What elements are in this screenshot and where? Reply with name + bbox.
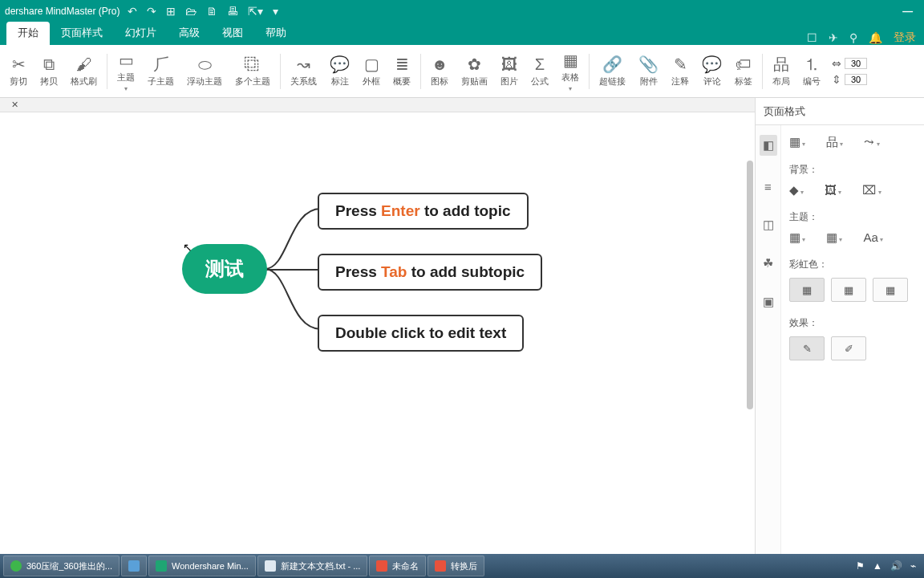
tab-page-style[interactable]: 页面样式 bbox=[50, 22, 114, 45]
topic-node-3[interactable]: Double click to edit text bbox=[318, 315, 524, 352]
layout-button[interactable]: 品布局 bbox=[766, 55, 796, 88]
new-icon[interactable]: ⊞ bbox=[166, 5, 176, 18]
icons-button[interactable]: ☻图标 bbox=[424, 55, 455, 88]
connector-dropdown-icon[interactable]: ⤳ bbox=[864, 135, 879, 150]
image-button[interactable]: 🖼图片 bbox=[494, 55, 525, 88]
tag-button[interactable]: 🏷标签 bbox=[728, 55, 759, 88]
qat-more-icon[interactable]: ▾ bbox=[273, 5, 278, 18]
ribbon: ✂剪切 ⧉拷贝 🖌格式刷 ▭主题 ⺁子主题 ⬭浮动主题 ⿻多个主题 ↝关系线 💬… bbox=[0, 45, 924, 98]
tab-slideshow[interactable]: 幻灯片 bbox=[114, 22, 168, 45]
rainbow-opt-1[interactable]: ▦ bbox=[789, 278, 825, 302]
tab-view[interactable]: 视图 bbox=[211, 22, 254, 45]
rainbow-opt-3[interactable]: ▦ bbox=[873, 278, 908, 302]
callout-button[interactable]: 💬标注 bbox=[323, 55, 356, 88]
taskbar-item[interactable]: 新建文本文档.txt - ... bbox=[257, 556, 368, 576]
panel-tab-theme-icon[interactable]: ◫ bbox=[763, 218, 774, 232]
attachment-button[interactable]: 📎附件 bbox=[632, 55, 665, 88]
theme-label: 主题： bbox=[789, 210, 916, 224]
bg-remove-icon[interactable]: ⌧ bbox=[862, 183, 881, 197]
topic-node-1[interactable]: Press Enter to add topic bbox=[318, 193, 529, 230]
undo-icon[interactable]: ↶ bbox=[128, 5, 137, 18]
tray-flag-icon[interactable]: ⚑ bbox=[856, 560, 865, 572]
rainbow-label: 彩虹色： bbox=[789, 258, 916, 271]
panel-tab-outline-icon[interactable]: ≡ bbox=[764, 180, 772, 193]
redo-icon[interactable]: ↷ bbox=[147, 5, 156, 18]
format-painter-button[interactable]: 🖌格式刷 bbox=[64, 55, 103, 88]
quick-access-toolbar: ↶ ↷ ⊞ 🗁 🗎 🖶 ⇱▾ ▾ bbox=[128, 5, 278, 18]
canvas-area[interactable]: 测试 Press Enter to add topic Press Tab to… bbox=[0, 112, 755, 554]
hyperlink-button[interactable]: 🔗超链接 bbox=[593, 55, 632, 88]
formula-button[interactable]: Σ公式 bbox=[525, 55, 555, 88]
vspace-input[interactable] bbox=[845, 74, 867, 85]
right-panel: 页面格式 ◧ ≡ ◫ ☘ ▣ ▦ 品 ⤳ 背景： ◆ 🖼 ⌧ 主题： ▦ ▦ A… bbox=[755, 98, 924, 554]
menubar: 开始 页面样式 幻灯片 高级 视图 帮助 ☐ ✈ ⚲ 🔔 登录 bbox=[0, 22, 924, 45]
effect-opt-1[interactable]: ✎ bbox=[789, 336, 825, 360]
tab-help[interactable]: 帮助 bbox=[254, 22, 298, 45]
bg-image-icon[interactable]: 🖼 bbox=[825, 183, 841, 197]
theme-font-icon[interactable]: Aa bbox=[863, 230, 883, 245]
send-icon[interactable]: ✈ bbox=[829, 31, 838, 44]
system-tray: ⚑ ▲ 🔊 ⌁ bbox=[856, 560, 921, 572]
bg-fill-icon[interactable]: ◆ bbox=[789, 183, 804, 197]
panel-tab-format-icon[interactable]: ◧ bbox=[760, 135, 777, 156]
boundary-button[interactable]: ▢外框 bbox=[356, 55, 387, 88]
vertical-scrollbar[interactable] bbox=[747, 112, 753, 554]
cut-button[interactable]: ✂剪切 bbox=[3, 55, 34, 88]
share-icon[interactable]: ⚲ bbox=[849, 31, 857, 44]
floating-topic-button[interactable]: ⬭浮动主题 bbox=[180, 55, 229, 88]
login-link[interactable]: 登录 bbox=[894, 31, 916, 45]
tray-volume-icon[interactable]: 🔊 bbox=[890, 560, 902, 572]
theme-color-icon[interactable]: ▦ bbox=[789, 230, 805, 245]
taskbar-item[interactable]: 360压缩_360推出的... bbox=[3, 556, 120, 576]
minimize-button[interactable]: ─ bbox=[896, 3, 919, 20]
copy-button[interactable]: ⧉拷贝 bbox=[34, 55, 64, 88]
table-button[interactable]: ▦表格 bbox=[555, 51, 586, 92]
close-doc-icon[interactable]: ✕ bbox=[11, 100, 18, 110]
export-icon[interactable]: ⇱▾ bbox=[248, 5, 263, 18]
taskbar-item[interactable] bbox=[121, 556, 147, 576]
tab-advanced[interactable]: 高级 bbox=[168, 22, 211, 45]
app-title: dershare MindMaster (Pro) bbox=[5, 6, 120, 17]
comment-button[interactable]: 💬评论 bbox=[695, 55, 728, 88]
open-icon[interactable]: 🗁 bbox=[185, 5, 197, 18]
note-button[interactable]: ✎注释 bbox=[665, 55, 695, 88]
taskbar-item[interactable]: 转换后 bbox=[428, 556, 484, 576]
bell-icon[interactable]: 🔔 bbox=[869, 31, 882, 44]
topic-node-2[interactable]: Press Tab to add subtopic bbox=[318, 254, 542, 291]
summary-button[interactable]: ≣概要 bbox=[387, 55, 417, 88]
numbering-button[interactable]: ⒈编号 bbox=[796, 55, 827, 88]
hspace-input[interactable] bbox=[845, 58, 867, 69]
subtopic-button[interactable]: ⺁子主题 bbox=[141, 55, 180, 88]
clipart-button[interactable]: ✿剪贴画 bbox=[455, 55, 494, 88]
effect-opt-2[interactable]: ✐ bbox=[831, 336, 866, 360]
panel-tab-clipart-icon[interactable]: ▣ bbox=[763, 295, 774, 309]
hspace-icon: ⇔ bbox=[832, 57, 841, 70]
rainbow-opt-2[interactable]: ▦ bbox=[831, 278, 866, 302]
multi-topic-button[interactable]: ⿻多个主题 bbox=[229, 55, 277, 88]
panel-title: 页面格式 bbox=[756, 98, 924, 125]
panel-tab-icon-icon[interactable]: ☘ bbox=[763, 256, 773, 271]
tray-up-icon[interactable]: ▲ bbox=[873, 560, 882, 572]
print-icon[interactable]: 🖶 bbox=[227, 5, 238, 18]
effect-label: 效果： bbox=[789, 316, 916, 330]
vspace-icon: ⇕ bbox=[832, 73, 841, 86]
bg-label: 背景： bbox=[789, 163, 916, 177]
theme-style-icon[interactable]: ▦ bbox=[826, 230, 842, 245]
titlebar: dershare MindMaster (Pro) ↶ ↷ ⊞ 🗁 🗎 🖶 ⇱▾… bbox=[0, 0, 924, 22]
taskbar-item[interactable]: Wondershare Min... bbox=[148, 556, 256, 576]
tab-start[interactable]: 开始 bbox=[6, 22, 50, 45]
taskbar: 360压缩_360推出的... Wondershare Min... 新建文本文… bbox=[0, 554, 924, 578]
taskbar-item[interactable]: 未命名 bbox=[369, 556, 426, 576]
layout-dropdown-icon[interactable]: ▦ bbox=[789, 135, 805, 150]
feedback-icon[interactable]: ☐ bbox=[807, 31, 817, 44]
save-icon[interactable]: 🗎 bbox=[206, 5, 217, 18]
central-topic[interactable]: 测试 bbox=[182, 244, 267, 294]
structure-dropdown-icon[interactable]: 品 bbox=[826, 135, 843, 150]
topic-button[interactable]: ▭主题 bbox=[111, 51, 141, 92]
relationship-button[interactable]: ↝关系线 bbox=[284, 55, 323, 88]
tray-power-icon[interactable]: ⌁ bbox=[910, 560, 916, 572]
